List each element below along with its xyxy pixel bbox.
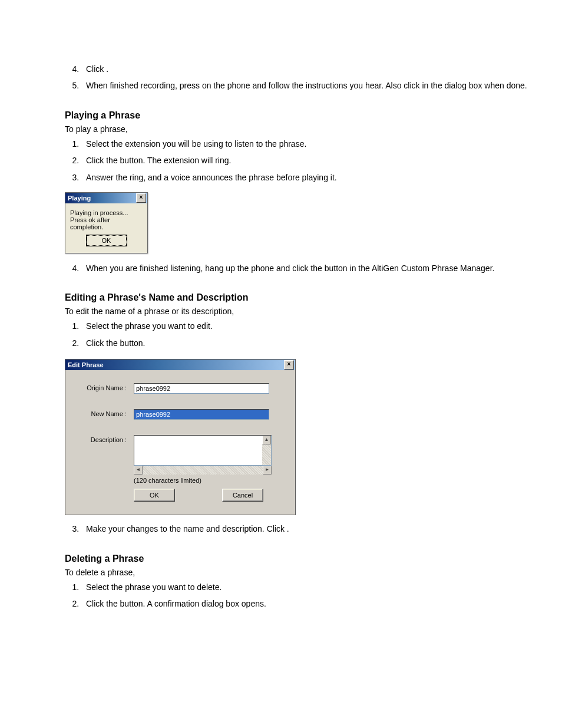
delete-steps: Select the phrase you want to delete. Cl… (65, 581, 533, 611)
new-name-label: New Name : (77, 409, 134, 417)
edit-titlebar: Edit Phrase × (65, 360, 295, 370)
play-step-3: Answer the ring, and a voice announces t… (81, 171, 533, 184)
delete-step-1: Select the phrase you want to delete. (81, 581, 533, 594)
scroll-up-icon[interactable]: ▲ (262, 436, 271, 444)
intro-step-5: When finished recording, press on the ph… (81, 79, 533, 92)
edit-steps: Select the phrase you want to edit. Clic… (65, 319, 533, 350)
edit-title: Edit Phrase (68, 361, 104, 368)
playing-title: Playing (68, 195, 91, 202)
intro-steps: Click . When finished recording, press o… (65, 62, 533, 93)
delete-lead: To delete a phrase, (65, 568, 533, 577)
edit-lead: To edit the name of a phrase or its desc… (65, 307, 533, 316)
vertical-scrollbar[interactable]: ▲ (262, 436, 271, 465)
char-limit-text: (120 characters limited) (134, 477, 272, 484)
edit-step-1: Select the phrase you want to edit. (81, 319, 533, 332)
delete-step-2: Click the button. A confirmation dialog … (81, 597, 533, 610)
play-step-4: When you are finished listening, hang up… (81, 262, 533, 275)
edit-heading: Editing a Phrase's Name and Description (65, 292, 533, 303)
close-icon[interactable]: × (136, 193, 146, 203)
edit-steps-cont: Make your changes to the name and descri… (65, 522, 533, 535)
playing-dialog: Playing × Playing in process... Press ok… (65, 192, 148, 253)
origin-name-field[interactable] (134, 383, 269, 394)
play-step-1: Select the extension you will be using t… (81, 137, 533, 150)
play-heading: Playing a Phrase (65, 110, 533, 121)
play-steps: Select the extension you will be using t… (65, 137, 533, 184)
scroll-right-icon[interactable]: ► (263, 466, 272, 475)
horizontal-scrollbar[interactable]: ◄ ► (134, 466, 272, 475)
edit-phrase-dialog: Edit Phrase × Origin Name : New Name : D… (65, 359, 296, 515)
playing-titlebar: Playing × (65, 193, 147, 203)
delete-heading: Deleting a Phrase (65, 554, 533, 564)
edit-step-2: Click the button. (81, 337, 533, 350)
scroll-left-icon[interactable]: ◄ (134, 466, 143, 475)
play-step-2: Click the button. The extension will rin… (81, 154, 533, 167)
description-label: Description : (77, 435, 134, 443)
playing-text-1: Playing in process... (70, 209, 143, 216)
playing-ok-button[interactable]: OK (87, 235, 127, 246)
edit-step-3: Make your changes to the name and descri… (81, 522, 533, 535)
origin-name-label: Origin Name : (77, 383, 134, 391)
close-icon[interactable]: × (284, 360, 294, 370)
edit-cancel-button[interactable]: Cancel (222, 489, 263, 502)
play-lead: To play a phrase, (65, 124, 533, 134)
playing-text-2: Press ok after completion. (70, 216, 143, 230)
play-steps-cont: When you are finished listening, hang up… (65, 262, 533, 275)
description-field[interactable]: ▲ (134, 435, 272, 466)
new-name-field[interactable] (134, 409, 269, 420)
edit-ok-button[interactable]: OK (134, 489, 175, 502)
intro-step-4: Click . (81, 62, 533, 75)
